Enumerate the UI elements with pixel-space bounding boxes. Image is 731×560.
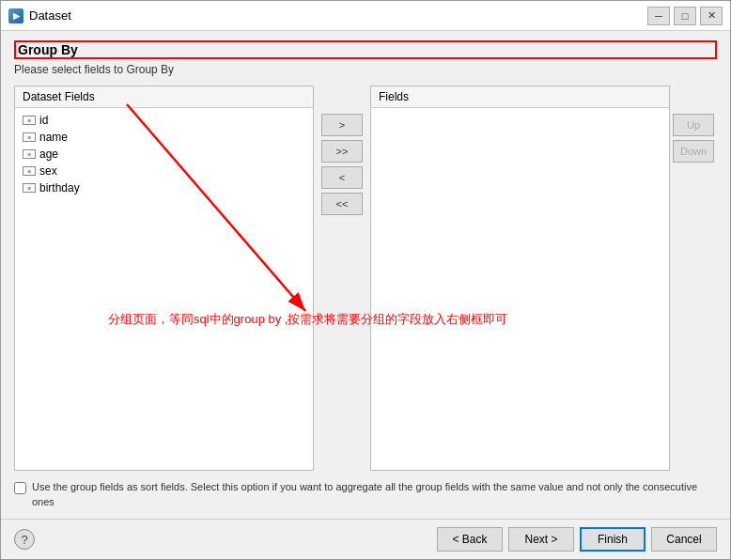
- list-item[interactable]: ≡ age: [15, 146, 313, 163]
- next-button[interactable]: Next >: [508, 527, 574, 552]
- back-button[interactable]: < Back: [437, 527, 503, 552]
- title-bar: ▶ Dataset ─ □ ✕: [1, 1, 730, 31]
- left-panel-header: Dataset Fields: [15, 86, 313, 108]
- main-panel: Dataset Fields ≡ id ≡ name ≡ age: [14, 86, 717, 471]
- field-label: id: [39, 114, 48, 127]
- group-sort-checkbox[interactable]: [14, 482, 26, 494]
- footer-left: ?: [14, 529, 35, 550]
- help-icon: ?: [21, 533, 27, 547]
- dataset-fields-panel: Dataset Fields ≡ id ≡ name ≡ age: [14, 86, 314, 471]
- checkbox-label: Use the group fields as sort fields. Sel…: [32, 480, 717, 509]
- finish-label: Finish: [598, 533, 628, 546]
- cancel-label: Cancel: [666, 533, 701, 546]
- field-label: sex: [39, 164, 57, 178]
- window-title: Dataset: [29, 8, 642, 23]
- footer-right: < Back Next > Finish Cancel: [437, 527, 717, 552]
- sort-controls-panel: Up Down: [670, 86, 717, 471]
- right-panel-header: Fields: [371, 86, 669, 108]
- field-label: name: [39, 131, 68, 144]
- field-icon: ≡: [23, 116, 36, 125]
- move-right-button[interactable]: >: [321, 114, 363, 136]
- move-all-left-button[interactable]: <<: [321, 193, 363, 215]
- fields-list: ≡ id ≡ name ≡ age ≡ sex: [15, 108, 313, 470]
- cancel-button[interactable]: Cancel: [651, 527, 717, 552]
- field-label: age: [39, 148, 58, 161]
- next-label: Next >: [524, 533, 557, 546]
- window-controls: ─ □ ✕: [647, 7, 723, 25]
- maximize-button[interactable]: □: [674, 7, 696, 25]
- subtitle-text: Please select fields to Group By: [14, 63, 717, 76]
- content-area: Group By Please select fields to Group B…: [1, 31, 730, 519]
- field-icon: ≡: [23, 132, 36, 142]
- back-label: < Back: [452, 533, 487, 546]
- help-button[interactable]: ?: [14, 529, 35, 550]
- section-header: Group By: [14, 40, 717, 59]
- up-button[interactable]: Up: [673, 114, 714, 136]
- minimize-button[interactable]: ─: [647, 7, 670, 25]
- finish-button[interactable]: Finish: [580, 527, 645, 552]
- field-label: birthday: [39, 181, 80, 194]
- selected-fields-panel: Fields: [370, 86, 670, 471]
- list-item[interactable]: ≡ birthday: [15, 179, 313, 196]
- app-icon: ▶: [8, 8, 23, 23]
- field-icon: ≡: [23, 149, 36, 159]
- field-icon: ≡: [23, 166, 36, 176]
- main-window: ▶ Dataset ─ □ ✕ Group By Please select f…: [0, 0, 731, 560]
- list-item[interactable]: ≡ name: [15, 129, 313, 146]
- transfer-buttons-panel: > >> < <<: [314, 86, 370, 471]
- checkbox-row: Use the group fields as sort fields. Sel…: [14, 480, 717, 509]
- list-item[interactable]: ≡ id: [15, 112, 313, 129]
- close-button[interactable]: ✕: [700, 7, 723, 25]
- move-left-button[interactable]: <: [321, 166, 363, 189]
- list-item[interactable]: ≡ sex: [15, 163, 313, 179]
- field-icon: ≡: [23, 183, 36, 193]
- footer: ? < Back Next > Finish Cancel: [1, 519, 730, 559]
- down-button[interactable]: Down: [673, 140, 714, 163]
- move-all-right-button[interactable]: >>: [321, 140, 363, 163]
- selected-fields-list: [371, 108, 669, 470]
